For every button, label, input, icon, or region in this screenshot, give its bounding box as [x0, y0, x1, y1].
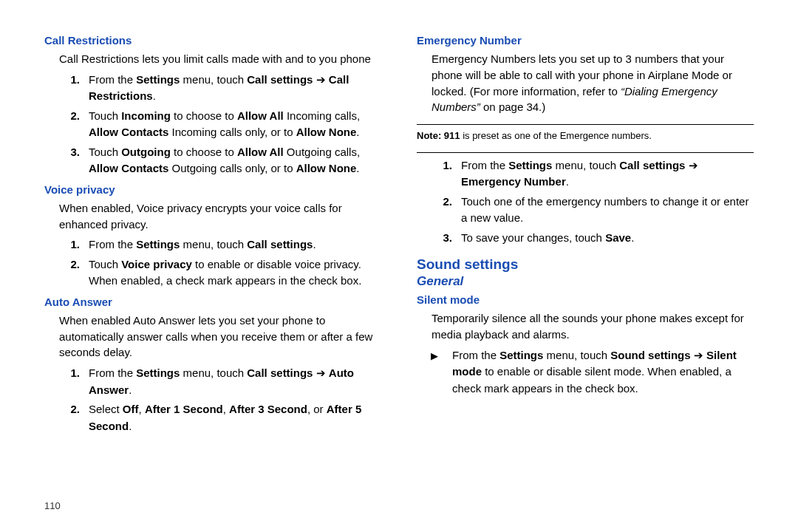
manual-page: Call Restrictions Call Restrictions lets… [0, 0, 798, 532]
step-body: From the Settings menu, touch Call setti… [89, 236, 381, 253]
step-body: From the Settings menu, touch Call setti… [461, 157, 754, 191]
step-number: 1. [417, 157, 461, 191]
step-body: From the Settings menu, touch Call setti… [89, 365, 381, 398]
paragraph-silent-mode: Temporarily silence all the sounds your … [432, 310, 754, 343]
step-body: From the Settings menu, touch Call setti… [89, 72, 381, 105]
step-body: Select Off, After 1 Second, After 3 Seco… [89, 401, 381, 434]
steps-call-restrictions: 1. From the Settings menu, touch Call se… [44, 72, 381, 177]
paragraph-voice-privacy: When enabled, Voice privacy encrypts you… [59, 200, 381, 233]
step-number: 3. [44, 144, 89, 177]
step-body: Touch Outgoing to choose to Allow All Ou… [89, 144, 381, 177]
step-number: 2. [44, 108, 89, 141]
heading-silent-mode: Silent mode [417, 293, 754, 306]
step-body: Touch one of the emergency numbers to ch… [461, 194, 754, 227]
step-number: 1. [44, 236, 89, 253]
step-number: 2. [417, 194, 461, 227]
step-number: 2. [44, 256, 89, 290]
steps-voice-privacy: 1. From the Settings menu, touch Call se… [44, 236, 381, 290]
page-number: 110 [44, 500, 61, 511]
heading-general: General [417, 274, 754, 289]
paragraph-emergency-number: Emergency Numbers lets you set up to 3 n… [432, 51, 754, 115]
step-number: 1. [44, 72, 89, 105]
bullet-body: From the Settings menu, touch Sound sett… [452, 347, 754, 398]
step-number: 2. [44, 401, 89, 434]
steps-emergency-number: 1. From the Settings menu, touch Call se… [417, 157, 754, 247]
paragraph-call-restrictions: Call Restrictions lets you limit calls m… [59, 51, 381, 67]
right-column: Emergency Number Emergency Numbers lets … [399, 30, 763, 517]
heading-auto-answer: Auto Answer [44, 296, 381, 308]
left-column: Call Restrictions Call Restrictions lets… [35, 30, 399, 517]
heading-emergency-number: Emergency Number [417, 34, 754, 47]
note-emergency: Note: 911 is preset as one of the Emerge… [417, 129, 754, 143]
steps-auto-answer: 1. From the Settings menu, touch Call se… [44, 365, 381, 434]
bullet-silent-mode: ▶ From the Settings menu, touch Sound se… [417, 347, 754, 398]
heading-sound-settings: Sound settings [417, 256, 754, 273]
step-number: 1. [44, 365, 89, 398]
paragraph-auto-answer: When enabled Auto Answer lets you set yo… [59, 313, 381, 361]
heading-call-restrictions: Call Restrictions [44, 34, 381, 47]
step-number: 3. [417, 230, 461, 247]
step-body: Touch Incoming to choose to Allow All In… [89, 108, 381, 141]
divider [417, 124, 754, 125]
heading-voice-privacy: Voice privacy [44, 183, 381, 196]
triangle-icon: ▶ [417, 347, 452, 398]
divider [417, 152, 754, 153]
step-body: Touch Voice privacy to enable or disable… [89, 256, 381, 290]
step-body: To save your changes, touch Save. [461, 230, 754, 247]
